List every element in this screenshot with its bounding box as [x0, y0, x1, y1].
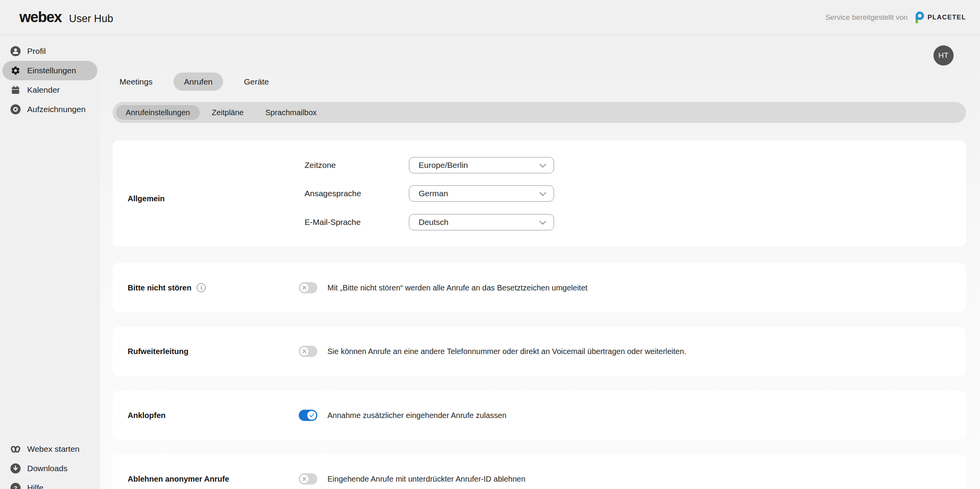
tab-geraete[interactable]: Geräte: [234, 73, 279, 91]
sidebar-item-aufzeichnungen[interactable]: Aufzeichnungen: [2, 100, 97, 119]
chevron-down-icon: [539, 192, 546, 196]
field-email-sprache: E-Mail-Sprache Deutsch: [305, 214, 554, 230]
cross-icon: [302, 349, 306, 354]
sidebar-item-label: Hilfe: [27, 483, 43, 489]
toggle-knob: [307, 410, 317, 420]
toggle-description: Annahme zusätzlicher eingehender Anrufe …: [327, 411, 506, 420]
chevron-down-icon: [539, 221, 546, 225]
sidebar-footer: Webex starten Downloads ? Hilfe: [0, 433, 100, 489]
provider-note: Service bereitgestellt von: [825, 13, 907, 22]
zeitzone-select[interactable]: Europe/Berlin: [409, 157, 554, 173]
sidebar-item-label: Aufzeichnungen: [27, 105, 86, 114]
sidebar-item-downloads[interactable]: Downloads: [2, 459, 97, 478]
tab-anrufen[interactable]: Anrufen: [173, 73, 223, 91]
field-label: Ansagesprache: [305, 189, 409, 198]
secondary-tabs: Anrufeinstellungen Zeitpläne Sprachmailb…: [113, 102, 966, 123]
tab-meetings[interactable]: Meetings: [109, 73, 163, 91]
field-zeitzone: Zeitzone Europe/Berlin: [305, 157, 554, 173]
dnd-toggle[interactable]: [299, 282, 317, 293]
placetel-logo: PLACETEL: [913, 11, 966, 23]
anonyme-anrufe-toggle[interactable]: [299, 473, 317, 484]
section-title-rufweiterleitung: Rufweiterleitung: [128, 347, 189, 356]
placetel-wordmark: PLACETEL: [928, 14, 966, 21]
field-ansagesprache: Ansagesprache German: [305, 185, 554, 202]
sidebar-nav: Profil Einstellungen Kalender Aufze: [0, 35, 100, 119]
sidebar: Profil Einstellungen Kalender Aufze: [0, 35, 100, 489]
card-anklopfen: Anklopfen Annahme zusätzlicher eingehend…: [113, 391, 966, 440]
rufweiterleitung-toggle[interactable]: [299, 346, 317, 357]
subtab-sprachmailbox[interactable]: Sprachmailbox: [256, 105, 326, 120]
svg-text:?: ?: [14, 485, 17, 489]
primary-tabs: Meetings Anrufen Geräte: [109, 73, 279, 91]
field-label: E-Mail-Sprache: [305, 218, 409, 227]
email-sprache-select[interactable]: Deutsch: [409, 214, 554, 230]
main-content: HT Meetings Anrufen Geräte Anrufeinstell…: [100, 35, 980, 489]
page-title: User Hub: [69, 13, 113, 25]
toggle-description: Mit „Bitte nicht stören“ werden alle Anr…: [327, 283, 587, 292]
toggle-knob: [300, 474, 309, 484]
anklopfen-toggle[interactable]: [299, 410, 317, 421]
section-title-text: Bitte nicht stören: [128, 283, 191, 292]
card-ablehnen-anonymer-anrufe: Ablehnen anonymer Anrufe Eingehende Anru…: [113, 454, 966, 489]
settings-gear-icon: [10, 66, 21, 76]
sidebar-item-label: Webex starten: [27, 444, 80, 454]
section-title-dnd: Bitte nicht stören i: [128, 283, 206, 292]
provider-area: Service bereitgestellt von PLACETEL: [825, 11, 966, 23]
selected-value: German: [419, 189, 448, 198]
check-icon: [309, 413, 314, 417]
toggle-description: Sie können Anrufe an eine andere Telefon…: [327, 347, 686, 356]
chevron-down-icon: [539, 164, 546, 168]
cross-icon: [302, 285, 306, 290]
sidebar-item-label: Downloads: [27, 464, 68, 473]
card-bitte-nicht-stoeren: Bitte nicht stören i Mit „Bitte nicht st…: [113, 263, 966, 312]
field-label: Zeitzone: [305, 161, 409, 170]
toggle-knob: [300, 347, 309, 356]
webex-logo-icon: [10, 444, 21, 454]
toggle-knob: [300, 283, 309, 292]
ansagesprache-select[interactable]: German: [409, 185, 554, 202]
sidebar-item-profil[interactable]: Profil: [2, 41, 97, 61]
webex-logo: webex: [19, 9, 62, 26]
app-header: webex User Hub Service bereitgestellt vo…: [0, 0, 980, 35]
cross-icon: [302, 477, 306, 481]
help-icon: ?: [10, 483, 21, 489]
sidebar-item-label: Profil: [27, 47, 46, 56]
card-rufweiterleitung: Rufweiterleitung Sie können Anrufe an ei…: [113, 327, 966, 376]
calendar-icon: [10, 85, 21, 95]
sidebar-item-label: Kalender: [27, 85, 60, 95]
brand-area: webex User Hub: [19, 9, 113, 26]
toggle-description: Eingehende Anrufe mit unterdrückter Anru…: [327, 474, 525, 483]
sidebar-item-label: Einstellungen: [27, 66, 76, 75]
section-title-anklopfen: Anklopfen: [128, 411, 166, 420]
card-allgemein: Allgemein Zeitzone Europe/Berlin Ansages…: [113, 140, 966, 247]
subtab-anrufeinstellungen[interactable]: Anrufeinstellungen: [116, 105, 200, 120]
recordings-icon: [10, 104, 21, 114]
profile-icon: [10, 46, 21, 56]
avatar[interactable]: HT: [933, 45, 954, 66]
selected-value: Europe/Berlin: [419, 161, 468, 170]
subtab-zeitplaene[interactable]: Zeitpläne: [202, 105, 253, 120]
sidebar-item-einstellungen[interactable]: Einstellungen: [2, 61, 97, 80]
placetel-p-icon: [913, 11, 925, 23]
sidebar-item-webex-starten[interactable]: Webex starten: [2, 439, 97, 459]
info-icon[interactable]: i: [197, 283, 206, 292]
section-title-allgemein: Allgemein: [128, 194, 165, 203]
download-icon: [10, 463, 21, 473]
sidebar-item-kalender[interactable]: Kalender: [2, 80, 97, 100]
sidebar-item-hilfe[interactable]: ? Hilfe: [2, 478, 97, 489]
selected-value: Deutsch: [419, 218, 448, 227]
section-title-anonyme-anrufe: Ablehnen anonymer Anrufe: [128, 474, 229, 483]
